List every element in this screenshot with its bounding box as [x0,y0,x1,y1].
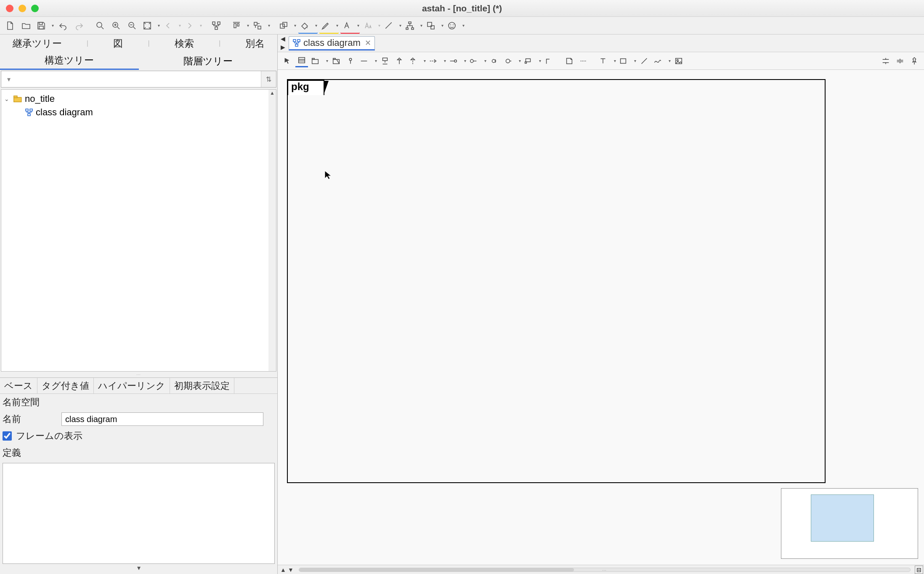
svg-rect-19 [412,28,414,29]
prop-show-frame-checkbox[interactable] [3,431,12,441]
pin-tool[interactable] [908,55,921,67]
diagram-canvas[interactable]: pkg [278,70,924,565]
class-tool[interactable] [295,55,308,67]
minimap-viewport[interactable] [811,494,874,542]
required-interface-tool[interactable] [488,55,501,67]
text-color-button[interactable] [340,19,360,33]
tab-diagram[interactable]: 図 [109,35,127,52]
tree-root-row[interactable]: ⌄ no_title [3,92,274,106]
diagram-frame[interactable]: pkg [287,79,826,483]
horizontal-scrollbar[interactable]: ▲▼ ⋯ ⊟ [278,565,924,574]
props-expand-icon[interactable]: ▾ [0,564,277,574]
nav-forward-button[interactable] [183,19,203,33]
cursor-icon [324,170,332,180]
select-tool[interactable] [281,55,294,67]
face-button[interactable] [445,19,465,33]
gap-expand-tool[interactable] [879,55,892,67]
prop-tab-hyperlink[interactable]: ハイパーリンク [94,378,170,394]
collapse-bottom-button[interactable]: ▲▼ [278,566,295,573]
tab-inherit-tree[interactable]: 継承ツリー [8,35,66,52]
close-window-button[interactable] [6,5,13,12]
minimap[interactable] [781,488,918,559]
apply-style-button[interactable] [424,19,444,33]
realization-tool[interactable] [407,55,426,67]
package-tool[interactable] [310,55,328,67]
svg-point-23 [450,24,451,25]
save-button[interactable] [35,19,55,33]
hscroll-track[interactable]: ⋯ [299,568,911,572]
association-class-tool[interactable] [379,55,391,67]
tree-item-row[interactable]: class diagram [3,106,274,119]
nest-tool[interactable] [523,55,541,67]
tree-filter-input[interactable] [16,75,261,84]
nav-back-button[interactable] [162,19,182,33]
line-tool[interactable] [638,55,651,67]
line-style-button[interactable] [382,19,402,33]
prop-definition-label: 定義 [3,446,57,459]
tree-expand-icon[interactable]: ⌄ [3,96,11,102]
template-binding-tool[interactable] [468,55,486,67]
structure-tree[interactable]: ⌄ no_title class diagram ▲ [1,89,276,372]
collapse-left-button[interactable]: ◀▶ [279,35,287,50]
match-size-button[interactable] [251,19,271,33]
interface-tool[interactable] [344,55,357,67]
zoom-out-button[interactable] [125,19,140,33]
filter-swap-button[interactable]: ⇅ [261,71,276,87]
svg-rect-39 [383,58,388,60]
prop-tab-initview[interactable]: 初期表示設定 [170,378,234,394]
arrange-button[interactable] [277,19,297,33]
rect-tool[interactable] [618,55,636,67]
usage-tool[interactable] [448,55,466,67]
fit-button[interactable] [141,19,161,33]
tab-alias[interactable]: 別名 [241,35,269,52]
freehand-tool[interactable] [652,55,671,67]
tree-scrollbar[interactable]: ▲ [268,90,276,371]
svg-rect-25 [14,97,21,102]
scroll-up-icon[interactable]: ▲ [268,90,276,96]
prop-tab-base[interactable]: ベース [0,378,37,394]
association-tool[interactable] [358,55,377,67]
zoom-in-button[interactable] [109,19,124,33]
generalization-tool[interactable] [393,55,406,67]
redo-button[interactable] [72,19,87,33]
svg-point-40 [454,60,457,62]
text-tool[interactable] [597,55,616,67]
zoom-default-button[interactable] [93,19,108,33]
minimize-window-button[interactable] [19,5,26,12]
diagram-palette [278,52,924,70]
note-tool[interactable] [563,55,576,67]
subsystem-tool[interactable] [330,55,343,67]
image-tool[interactable] [672,55,685,67]
font-button[interactable] [361,19,381,33]
containment-tool[interactable] [543,55,555,67]
tab-search[interactable]: 検索 [170,35,198,52]
minimap-toggle-button[interactable]: ⊟ [915,566,923,574]
svg-point-41 [470,59,473,62]
hscroll-thumb[interactable] [299,568,574,571]
undo-button[interactable] [56,19,71,33]
prop-definition-textarea[interactable] [3,463,275,564]
prop-tab-tagged[interactable]: タグ付き値 [37,378,94,394]
new-file-button[interactable] [3,19,18,33]
tab-hierarchy-tree[interactable]: 階層ツリー [139,53,278,69]
tab-structure-tree[interactable]: 構造ツリー [0,52,139,70]
close-tab-button[interactable]: ✕ [365,38,371,48]
svg-point-42 [492,59,495,62]
align-button[interactable] [230,19,250,33]
dependency-tool[interactable] [427,55,446,67]
tree-style-button[interactable] [403,19,423,33]
svg-point-43 [506,59,510,63]
gap-shrink-tool[interactable] [894,55,906,67]
editor-tab[interactable]: class diagram ✕ [289,36,375,50]
fill-color-button[interactable] [298,19,318,33]
highlight-color-button[interactable] [319,19,339,33]
maximize-window-button[interactable] [31,5,39,12]
left-panel: 継承ツリー| 図| 検索| 別名 構造ツリー 階層ツリー ▾ ⇅ ⌄ no_ti… [0,35,278,574]
prop-name-input[interactable] [61,412,263,426]
provided-interface-tool[interactable] [502,55,521,67]
note-anchor-tool[interactable] [577,55,590,67]
vertical-splitter[interactable]: ⋯ [0,372,277,377]
open-file-button[interactable] [19,19,34,33]
auto-layout-button[interactable] [209,19,224,33]
svg-rect-28 [30,109,32,111]
